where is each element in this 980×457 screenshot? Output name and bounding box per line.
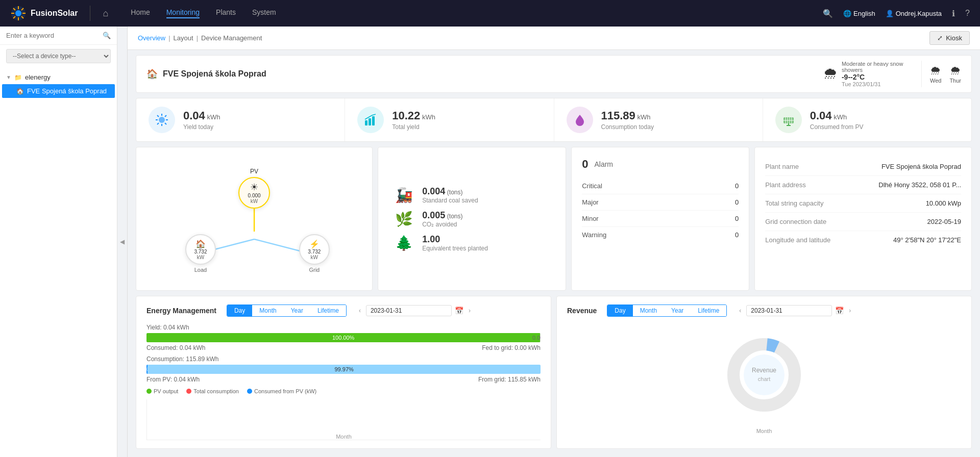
yield-today-value: 0.04 kWh	[183, 109, 220, 122]
breadcrumb: Overview | Layout | Device Management	[138, 34, 262, 42]
co2-value-row: 0.005 (tons)	[422, 210, 462, 221]
svg-text:Revenue: Revenue	[752, 367, 776, 374]
svg-rect-21	[372, 116, 375, 125]
svg-rect-19	[365, 120, 368, 125]
date-prev-button[interactable]: ‹	[357, 306, 363, 315]
svg-line-15	[157, 115, 159, 117]
nav-system[interactable]: System	[252, 8, 276, 18]
grid-icon: ⚡	[309, 239, 320, 249]
energy-tab-group: Day Month Year Lifetime	[227, 304, 347, 317]
breadcrumb-sep2: |	[197, 34, 198, 42]
bottom-panels-row: Energy Management Day Month Year Lifetim…	[136, 296, 972, 449]
pv-label: PV	[238, 168, 270, 175]
breadcrumb-layout[interactable]: Layout	[174, 34, 193, 42]
weather-day2-icon: 🌨	[930, 64, 941, 78]
stat-consumed-pv: 0.04 kWh Consumed from PV	[763, 98, 971, 141]
environment-panel: 🚂 0.004 (tons) Standard coal saved 🌿 0.0…	[378, 147, 566, 291]
revenue-panel-title: Revenue	[567, 307, 597, 315]
tab-day[interactable]: Day	[227, 305, 252, 316]
load-icon: 🏠	[195, 239, 206, 249]
nav-monitoring[interactable]: Monitoring	[166, 8, 200, 18]
energy-legend-row: PV output Total consumption Consumed fro…	[146, 388, 541, 394]
legend-dot-red	[186, 389, 191, 394]
sidebar-collapse-button[interactable]: ◀	[117, 27, 128, 457]
info-icon[interactable]: ℹ	[952, 9, 955, 18]
breadcrumb-device-management[interactable]: Device Management	[201, 34, 262, 42]
kiosk-button[interactable]: ⤢ Kiosk	[929, 31, 970, 45]
help-icon[interactable]: ?	[965, 9, 970, 18]
svg-line-32	[254, 239, 304, 252]
yield-today-label: Yield today	[183, 123, 220, 131]
home-icon[interactable]: ⌂	[103, 8, 108, 19]
alarm-panel: 0 Alarm Critical 0 Major 0 Minor 0 Warni…	[571, 147, 749, 291]
weather-day2-label: Wed	[930, 78, 941, 84]
sidebar-item-elenergy[interactable]: ▼ 📁 elenergy	[0, 70, 117, 84]
tab-year[interactable]: Year	[284, 305, 310, 316]
consumption-bar-grid: 99.97%	[148, 365, 541, 374]
plant-icon: 🏠	[16, 88, 24, 95]
search-icon[interactable]: 🔍	[823, 9, 833, 18]
legend-dot-blue	[247, 389, 252, 394]
kiosk-icon: ⤢	[937, 34, 943, 42]
alarm-warning-count: 0	[735, 231, 739, 239]
stat-consumption-today: 115.89 kWh Consumption today	[554, 98, 763, 141]
plant-info-panel: Plant name FVE Spojená škola Poprad Plan…	[754, 147, 972, 291]
calendar-icon[interactable]: 📅	[455, 307, 463, 315]
search-input[interactable]	[6, 32, 100, 39]
svg-line-18	[157, 123, 159, 124]
device-type-select-container: --Select a device type--	[6, 49, 111, 63]
info-string-capacity: Total string capacity 10.000 kWp	[765, 194, 961, 213]
load-node-container: 🏠 3.732 kW Load	[185, 234, 216, 273]
yield-detail-row: Consumed: 0.04 kWh Fed to grid: 0.00 kWh	[146, 344, 541, 351]
alarm-critical-count: 0	[735, 182, 739, 190]
revenue-tab-lifetime[interactable]: Lifetime	[691, 305, 726, 316]
sidebar-item-label: FVE Spojená škola Poprad	[27, 87, 107, 95]
revenue-tab-month[interactable]: Month	[633, 305, 664, 316]
energy-date-input[interactable]	[366, 305, 452, 316]
revenue-chart-area: Revenue chart	[567, 324, 961, 426]
revenue-calendar-icon[interactable]: 📅	[835, 307, 844, 315]
consumption-bar-container: 0.03% 99.97%	[146, 365, 541, 374]
breadcrumb-overview[interactable]: Overview	[138, 34, 165, 42]
consumption-today-value: 115.89 kWh	[601, 109, 654, 122]
info-val-coordinates: 49° 2'58"N 20° 17'22"E	[893, 236, 961, 244]
date-next-button[interactable]: ›	[467, 306, 473, 315]
tab-month[interactable]: Month	[252, 305, 283, 316]
brand-logo[interactable]: FusionSolar	[10, 5, 78, 21]
user-menu[interactable]: 👤 Ondrej.Kapusta	[886, 10, 942, 17]
flow-diagram: PV ☀ 0.000 kW 🏠 3.732 kW	[146, 158, 362, 280]
sidebar-item-fve[interactable]: 🏠 FVE Spojená škola Poprad	[2, 84, 115, 98]
language-selector[interactable]: 🌐 English	[843, 10, 875, 17]
alarm-major-label: Major	[582, 198, 599, 206]
energy-panel-title: Energy Management	[146, 307, 216, 315]
total-yield-label: Total yield	[392, 123, 435, 131]
tab-lifetime[interactable]: Lifetime	[310, 305, 346, 316]
revenue-date-input[interactable]	[746, 305, 832, 316]
yield-bar-label: Yield: 0.04 kWh	[146, 324, 541, 331]
device-type-select[interactable]: --Select a device type--	[6, 49, 111, 63]
nav-home[interactable]: Home	[131, 8, 150, 18]
info-val-plant-name: FVE Spojená škola Poprad	[881, 163, 961, 170]
nav-plants[interactable]: Plants	[216, 8, 236, 18]
legend-dot-green	[146, 389, 152, 394]
revenue-tab-day[interactable]: Day	[607, 305, 632, 316]
alarm-row-critical: Critical 0	[582, 178, 739, 194]
revenue-date-next-button[interactable]: ›	[847, 306, 853, 315]
revenue-panel: Revenue Day Month Year Lifetime ‹ 📅 ›	[556, 296, 972, 449]
svg-point-10	[159, 117, 165, 123]
total-yield-value: 10.22 kWh	[392, 109, 435, 122]
grid-node-container: ⚡ 3.732 kW Grid	[299, 234, 330, 273]
alarm-row-minor: Minor 0	[582, 211, 739, 227]
plant-title: FVE Spojená škola Poprad	[163, 69, 266, 79]
env-trees-planted: 🌲 1.00 Equivalent trees planted	[394, 234, 550, 252]
coal-label: Standard coal saved	[422, 197, 478, 204]
arrow-icon: ▼	[6, 74, 11, 80]
alarm-minor-label: Minor	[582, 215, 599, 222]
alarm-warning-label: Warning	[582, 231, 606, 239]
kiosk-label: Kiosk	[946, 34, 962, 42]
from-grid-label: From grid: 115.85 kWh	[478, 376, 541, 383]
revenue-date-prev-button[interactable]: ‹	[737, 306, 743, 315]
plant-header-bar: 🏠 FVE Spojená škola Poprad 🌨 Moderate or…	[136, 55, 972, 93]
search-icon[interactable]: 🔍	[103, 32, 111, 39]
revenue-tab-year[interactable]: Year	[664, 305, 691, 316]
